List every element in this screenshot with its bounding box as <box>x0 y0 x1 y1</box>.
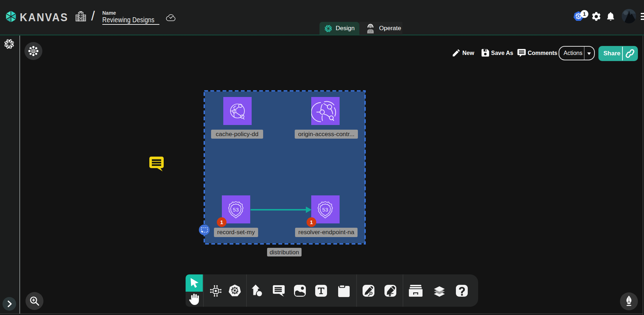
svg-text:53: 53 <box>322 207 328 213</box>
svg-text:53: 53 <box>233 207 239 213</box>
